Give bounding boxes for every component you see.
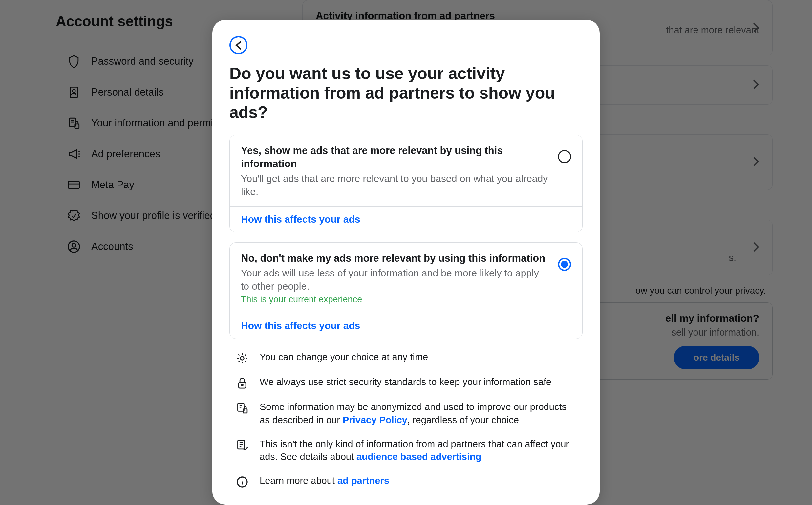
ad-partners-link[interactable]: ad partners: [338, 476, 389, 486]
info-row-anytime: You can change your choice at any time: [236, 351, 576, 364]
option-no-radio[interactable]: [558, 258, 571, 271]
info-text: You can change your choice at any time: [260, 351, 428, 363]
gear-icon: [236, 352, 248, 364]
svg-point-7: [241, 357, 244, 360]
info-row-audience: This isn't the only kind of information …: [236, 438, 576, 463]
option-no-affects-link[interactable]: How this affects your ads: [230, 313, 582, 339]
doc-lock-icon: [236, 402, 248, 414]
option-yes-title: Yes, show me ads that are more relevant …: [241, 144, 548, 170]
ad-partners-modal: Do you want us to use your activity info…: [212, 20, 600, 505]
info-text: We always use strict security standards …: [260, 376, 551, 388]
radio-inner: [561, 261, 568, 268]
modal-overlay: Do you want us to use your activity info…: [0, 0, 812, 505]
info-row-security: We always use strict security standards …: [236, 376, 576, 389]
info5-a: Learn more about: [260, 476, 338, 486]
option-no-main[interactable]: No, don't make my ads more relevant by u…: [230, 243, 582, 313]
chevron-left-icon: [235, 40, 242, 50]
option-yes: Yes, show me ads that are more relevant …: [229, 135, 583, 232]
lock-icon: [236, 377, 248, 389]
info3-b: , regardless of your choice: [407, 415, 519, 425]
option-yes-affects-link[interactable]: How this affects your ads: [230, 206, 582, 232]
info-row-anonymized: Some information may be anonymized and u…: [236, 400, 576, 426]
doc-check-icon: [236, 439, 248, 452]
option-yes-main[interactable]: Yes, show me ads that are more relevant …: [230, 135, 582, 206]
option-no-current: This is your current experience: [241, 295, 548, 305]
option-yes-radio[interactable]: [558, 150, 571, 163]
info-text: This isn't the only kind of information …: [260, 438, 576, 463]
option-yes-desc: You'll get ads that are more relevant to…: [241, 172, 548, 198]
info-text: Some information may be anonymized and u…: [260, 400, 576, 426]
audience-advertising-link[interactable]: audience based advertising: [357, 452, 481, 462]
option-no-title: No, don't make my ads more relevant by u…: [241, 252, 548, 265]
option-no-desc: Your ads will use less of your informati…: [241, 267, 548, 293]
svg-point-9: [242, 384, 243, 386]
modal-title: Do you want us to use your activity info…: [229, 64, 583, 122]
privacy-policy-link[interactable]: Privacy Policy: [343, 415, 407, 425]
info-text: Learn more about ad partners: [260, 475, 389, 487]
option-no: No, don't make my ads more relevant by u…: [229, 242, 583, 339]
info-row-learn: Learn more about ad partners: [236, 475, 576, 488]
back-button[interactable]: [229, 36, 247, 54]
info-icon: [236, 476, 248, 488]
info-list: You can change your choice at any time W…: [229, 349, 583, 488]
